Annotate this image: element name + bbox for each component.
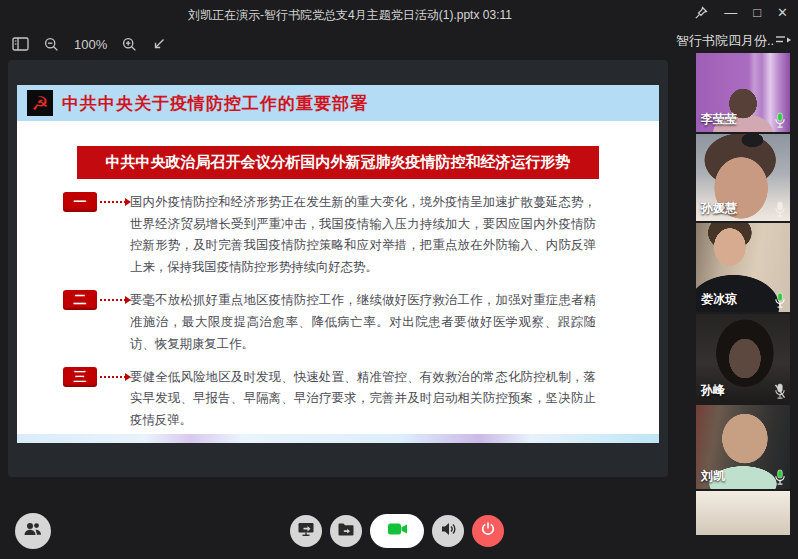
video-tile[interactable]: 孙媛慧: [696, 134, 790, 221]
presentation-timer: 03:11: [483, 8, 512, 22]
participant-name: 刘凯: [701, 468, 725, 485]
members-icon: [23, 521, 43, 541]
slide-footer-strip: [17, 434, 659, 443]
slide-title: 中共中央关于疫情防控工作的重要部署: [62, 92, 368, 115]
zoom-out-icon[interactable]: [44, 37, 59, 52]
thumbnail-panel-toggle-icon[interactable]: [12, 37, 29, 51]
camera-icon: [387, 521, 408, 541]
mic-status-icon: [774, 112, 786, 129]
list-item: 二 要毫不放松抓好重点地区疫情防控工作，继续做好医疗救治工作，加强对重症患者精准…: [63, 290, 631, 355]
item-text: 要健全低风险地区及时发现、快速处置、精准管控、有效救治的常态化防控机制，落实早发…: [130, 367, 596, 432]
list-item: 一 国内外疫情防控和经济形势正在发生新的重大变化，境外疫情呈加速扩散蔓延态势，世…: [63, 192, 631, 279]
camera-button[interactable]: [370, 514, 424, 548]
collapse-panel-icon[interactable]: [775, 32, 792, 50]
file-share-icon: [337, 522, 355, 541]
mic-status-icon: [774, 383, 786, 400]
zoom-level: 100%: [74, 37, 107, 52]
dotted-arrow-connector: [100, 201, 126, 203]
participant-name: 娄冰琼: [701, 291, 737, 308]
fit-to-window-icon[interactable]: [152, 37, 166, 51]
file-share-button[interactable]: [330, 515, 362, 547]
participant-name: 孙媛慧: [701, 200, 737, 217]
meeting-name: 智行书院四月份...: [676, 32, 775, 50]
list-item: 三 要健全低风险地区及时发现、快速处置、精准管控、有效救治的常态化防控机制，落实…: [63, 367, 631, 432]
dotted-arrow-connector: [100, 376, 126, 378]
video-tile-list: 李莹莹 孙媛慧 娄冰琼 孙峰: [696, 53, 790, 535]
video-tile[interactable]: 娄冰琼: [696, 223, 790, 312]
video-tile[interactable]: 李莹莹: [696, 53, 790, 132]
presentation-stage: ☭ 中共中央关于疫情防控工作的重要部署 中共中央政治局召开会议分析国内外新冠肺炎…: [8, 60, 668, 477]
screen-share-icon: [297, 521, 315, 541]
participants-sidebar: 智行书院四月份... 李莹莹 孙媛慧 娄冰琼: [672, 0, 798, 559]
item-text: 要毫不放松抓好重点地区疫情防控工作，继续做好医疗救治工作，加强对重症患者精准施治…: [130, 290, 596, 355]
mic-status-icon: [774, 292, 786, 309]
view-toolbar: 100%: [12, 30, 166, 58]
mic-status-icon: [774, 201, 786, 218]
speaker-button[interactable]: [432, 515, 464, 547]
video-tile[interactable]: 刘凯: [696, 405, 790, 489]
item-number-badge: 一: [63, 192, 97, 212]
zoom-in-icon[interactable]: [122, 37, 137, 52]
item-number-badge: 二: [63, 290, 97, 310]
mic-status-icon: [774, 469, 786, 486]
video-tile-partial[interactable]: [696, 491, 790, 535]
meeting-window: 刘凯正在演示-智行书院党总支4月主题党日活动(1).pptx 03:11 — □…: [0, 0, 798, 559]
screen-share-button[interactable]: [290, 515, 322, 547]
slide-banner-heading: 中共中央政治局召开会议分析国内外新冠肺炎疫情防控和经济运行形势: [77, 146, 599, 179]
participant-name: 李莹莹: [701, 111, 737, 128]
party-emblem-icon: ☭: [27, 90, 53, 116]
window-title: 刘凯正在演示-智行书院党总支4月主题党日活动(1).pptx 03:11: [0, 7, 700, 24]
members-button[interactable]: [15, 513, 51, 549]
item-number-badge: 三: [63, 367, 97, 387]
call-controls: [290, 514, 504, 548]
dotted-arrow-connector: [100, 299, 126, 301]
shared-slide: ☭ 中共中央关于疫情防控工作的重要部署 中共中央政治局召开会议分析国内外新冠肺炎…: [17, 85, 659, 443]
end-call-button[interactable]: [472, 515, 504, 547]
presenter-title-text: 刘凯正在演示-智行书院党总支4月主题党日活动(1).pptx: [188, 8, 479, 22]
video-tile[interactable]: 孙峰: [696, 314, 790, 403]
speaker-icon: [440, 521, 457, 541]
participant-name: 孙峰: [701, 382, 725, 399]
slide-header-band: ☭ 中共中央关于疫情防控工作的重要部署: [17, 85, 659, 121]
end-call-icon: [480, 521, 496, 541]
slide-bullet-list: 一 国内外疫情防控和经济形势正在发生新的重大变化，境外疫情呈加速扩散蔓延态势，世…: [17, 192, 659, 432]
item-text: 国内外疫情防控和经济形势正在发生新的重大变化，境外疫情呈加速扩散蔓延态势，世界经…: [130, 192, 596, 279]
